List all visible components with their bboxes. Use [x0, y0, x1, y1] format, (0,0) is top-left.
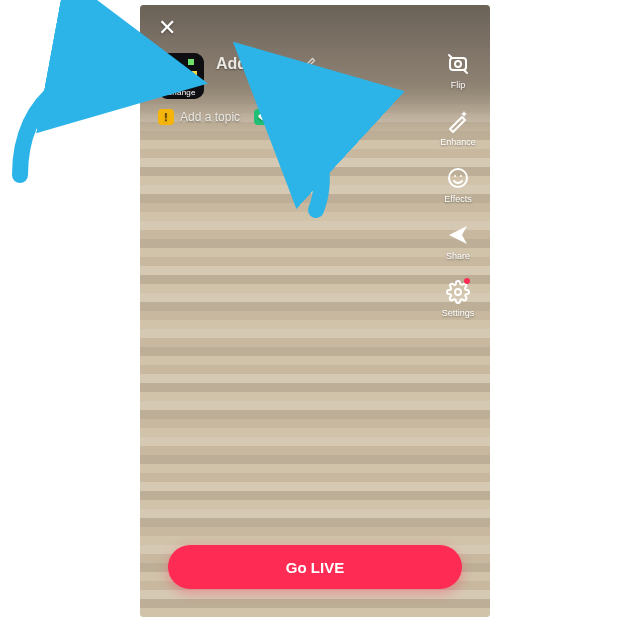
title-placeholder: Add a title: [216, 55, 293, 72]
enhance-icon: [445, 108, 471, 134]
close-icon: ✕: [158, 15, 176, 40]
share-button[interactable]: Share: [445, 222, 471, 261]
effects-label: Effects: [444, 194, 471, 204]
go-live-button[interactable]: Go LIVE: [168, 545, 462, 589]
enhance-button[interactable]: Enhance: [440, 108, 476, 147]
svg-point-7: [455, 61, 461, 67]
share-icon: [445, 222, 471, 248]
svg-point-11: [455, 289, 461, 295]
settings-button[interactable]: Settings: [442, 279, 475, 318]
support-nonprofit-button[interactable]: ❤ Support nonprofit: [254, 109, 368, 125]
svg-rect-4: [192, 71, 197, 76]
effects-icon: [445, 165, 471, 191]
svg-rect-3: [188, 59, 194, 65]
options-row: ! Add a topic ❤ Support nonprofit: [158, 109, 368, 125]
add-topic-label: Add a topic: [180, 110, 240, 124]
support-nonprofit-label: Support nonprofit: [276, 110, 368, 124]
topic-badge-icon: !: [158, 109, 174, 125]
add-topic-button[interactable]: ! Add a topic: [158, 109, 240, 125]
svg-rect-2: [172, 61, 177, 66]
svg-point-9: [454, 175, 456, 177]
svg-rect-5: [166, 81, 171, 86]
title-input[interactable]: Add a title: [216, 55, 316, 73]
enhance-label: Enhance: [440, 137, 476, 147]
nonprofit-badge-icon: ❤: [254, 109, 270, 125]
svg-rect-1: [164, 59, 170, 65]
edit-icon: [304, 57, 316, 69]
live-setup-screen: ✕ Change Add a title ! Add a topic ❤ Sup…: [140, 5, 490, 617]
effects-button[interactable]: Effects: [444, 165, 471, 204]
flip-label: Flip: [451, 80, 466, 90]
side-rail: Flip Enhance Effects Share Settings: [436, 51, 480, 318]
settings-label: Settings: [442, 308, 475, 318]
svg-point-8: [449, 169, 467, 187]
cover-thumbnail[interactable]: Change: [158, 53, 204, 99]
go-live-label: Go LIVE: [286, 559, 344, 576]
svg-rect-6: [450, 58, 466, 70]
flip-button[interactable]: Flip: [445, 51, 471, 90]
share-label: Share: [446, 251, 470, 261]
svg-point-10: [460, 175, 462, 177]
close-button[interactable]: ✕: [158, 17, 176, 39]
cover-caption: Change: [158, 88, 204, 97]
flip-icon: [445, 51, 471, 77]
